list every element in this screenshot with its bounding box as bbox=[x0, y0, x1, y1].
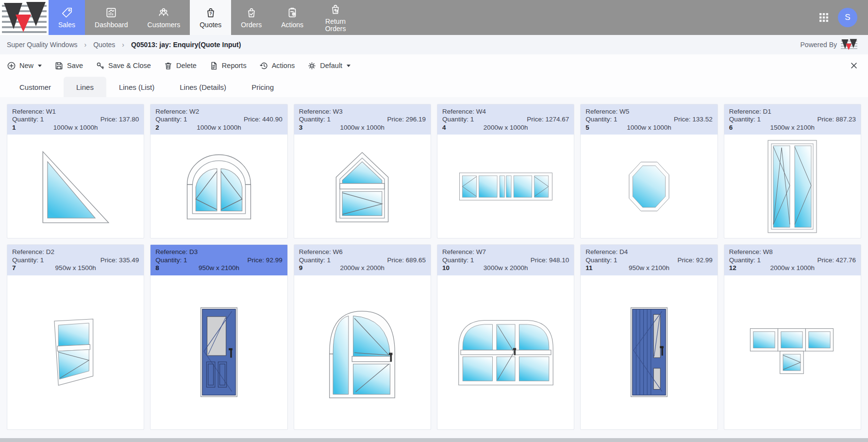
nav-tab-return-orders[interactable]: Return Orders bbox=[313, 0, 358, 35]
quote-line-card-d2[interactable]: Reference: D2 Quantity: 1Price: 335.49 7… bbox=[7, 244, 144, 429]
delete-button[interactable]: Delete bbox=[164, 61, 197, 70]
tab-customer[interactable]: Customer bbox=[7, 77, 64, 97]
new-button-label: New bbox=[19, 62, 33, 69]
nav-tab-label: Sales bbox=[58, 21, 75, 29]
nav-tab-customers[interactable]: Customers bbox=[138, 0, 190, 35]
product-drawing-panel-door bbox=[150, 275, 287, 429]
gear-icon bbox=[307, 61, 317, 70]
bag-question-icon: ? bbox=[204, 6, 217, 19]
tab-pricing[interactable]: Pricing bbox=[239, 77, 286, 97]
clipboard-gear-icon bbox=[286, 6, 299, 19]
card-dimensions: 1000w x 1000h bbox=[44, 124, 107, 132]
delete-button-label: Delete bbox=[176, 62, 197, 69]
chevron-down-icon bbox=[38, 65, 42, 67]
card-line-number: 10 bbox=[442, 264, 474, 272]
card-header: Reference: W8 Quantity: 1Price: 427.76 1… bbox=[724, 245, 861, 275]
quote-line-card-d1[interactable]: Reference: D1 Quantity: 1Price: 887.23 6… bbox=[724, 104, 861, 238]
breadcrumb-quotes[interactable]: Quotes bbox=[93, 41, 115, 49]
nav-tab-orders[interactable]: Orders bbox=[231, 0, 271, 35]
close-icon[interactable] bbox=[850, 61, 858, 70]
tab-lines-list[interactable]: Lines (List) bbox=[106, 77, 167, 97]
trash-icon bbox=[164, 61, 173, 70]
quote-line-card-w1[interactable]: Reference: W1 Quantity: 1Price: 137.80 1… bbox=[7, 104, 144, 238]
quote-line-card-w6[interactable]: Reference: W6 Quantity: 1Price: 689.65 9… bbox=[294, 244, 431, 429]
powered-by-logo-icon bbox=[841, 38, 857, 51]
card-price: Price: 92.99 bbox=[678, 256, 713, 264]
quote-line-card-w4[interactable]: Reference: W4 Quantity: 1Price: 1274.67 … bbox=[437, 104, 574, 238]
quote-line-card-d4[interactable]: Reference: D4 Quantity: 1Price: 92.99 11… bbox=[580, 244, 718, 429]
quote-line-card-w2[interactable]: Reference: W2 Quantity: 1Price: 440.90 2… bbox=[150, 104, 287, 238]
app-logo[interactable] bbox=[0, 0, 49, 35]
card-dimensions: 950w x 2100h bbox=[618, 264, 681, 272]
reports-button[interactable]: Reports bbox=[209, 61, 247, 70]
card-dimensions: 1000w x 1000h bbox=[618, 124, 681, 132]
card-header: Reference: D3 Quantity: 1Price: 92.99 89… bbox=[150, 245, 287, 275]
actions-button[interactable]: Actions bbox=[259, 61, 295, 70]
nav-tab-sales[interactable]: Sales bbox=[49, 0, 85, 35]
floppy-save-icon bbox=[54, 61, 64, 70]
chart-icon bbox=[105, 6, 117, 19]
card-reference: Reference: D2 bbox=[12, 248, 139, 256]
product-drawing-arched-door bbox=[294, 275, 431, 429]
tab-label: Lines (List) bbox=[119, 83, 154, 91]
card-quantity: Quantity: 1 bbox=[155, 116, 187, 123]
breadcrumb-separator: › bbox=[84, 41, 87, 49]
save-button[interactable]: Save bbox=[54, 61, 83, 70]
bottom-scrollbar-track[interactable] bbox=[0, 438, 868, 442]
chevron-down-icon bbox=[347, 65, 351, 67]
breadcrumb-site[interactable]: Super Quality Windows bbox=[7, 41, 78, 49]
card-dimensions: 1500w x 2100h bbox=[761, 124, 824, 132]
quote-line-card-w5[interactable]: Reference: W5 Quantity: 1Price: 133.52 5… bbox=[580, 104, 718, 238]
new-button[interactable]: New bbox=[7, 61, 42, 70]
quote-line-card-w7[interactable]: Reference: W7 Quantity: 1Price: 948.10 1… bbox=[437, 244, 574, 429]
default-view-button[interactable]: Default bbox=[307, 61, 351, 70]
nav-tab-actions[interactable]: Actions bbox=[271, 0, 313, 35]
card-reference: Reference: W6 bbox=[299, 248, 426, 256]
nav-tab-label: Actions bbox=[281, 21, 303, 29]
card-reference: Reference: D4 bbox=[585, 248, 712, 256]
card-reference: Reference: D3 bbox=[155, 248, 282, 256]
save-and-close-label: Save & Close bbox=[108, 62, 151, 69]
card-price: Price: 948.10 bbox=[531, 256, 569, 264]
card-dimensions: 3000w x 2000h bbox=[474, 264, 537, 272]
card-price: Price: 1274.67 bbox=[527, 116, 569, 123]
tab-lines[interactable]: Lines bbox=[64, 77, 106, 97]
card-header: Reference: D4 Quantity: 1Price: 92.99 11… bbox=[581, 245, 717, 275]
card-header: Reference: W5 Quantity: 1Price: 133.52 5… bbox=[581, 104, 717, 135]
powered-by-label: Powered By bbox=[801, 41, 837, 49]
card-line-number: 6 bbox=[729, 124, 761, 132]
nav-tabs: Sales Dashboard Customers ? Quotes bbox=[49, 0, 358, 35]
card-header: Reference: W7 Quantity: 1Price: 948.10 1… bbox=[437, 245, 574, 275]
nav-tab-label: Dashboard bbox=[95, 21, 128, 29]
tag-icon bbox=[61, 6, 73, 19]
card-header: Reference: D2 Quantity: 1Price: 335.49 7… bbox=[7, 245, 144, 275]
key-icon bbox=[96, 61, 105, 70]
card-line-number: 3 bbox=[299, 124, 331, 132]
product-drawing-triangle-window bbox=[7, 135, 144, 238]
card-price: Price: 92.99 bbox=[248, 256, 283, 264]
card-header: Reference: W2 Quantity: 1Price: 440.90 2… bbox=[150, 104, 287, 135]
apps-grid-icon[interactable] bbox=[818, 12, 829, 23]
avatar-initial: S bbox=[845, 13, 850, 22]
card-line-number: 7 bbox=[12, 264, 44, 272]
nav-tab-dashboard[interactable]: Dashboard bbox=[85, 0, 138, 35]
card-header: Reference: W1 Quantity: 1Price: 137.80 1… bbox=[7, 104, 144, 135]
quote-line-card-d3-selected[interactable]: Reference: D3 Quantity: 1Price: 92.99 89… bbox=[150, 244, 287, 429]
save-and-close-button[interactable]: Save & Close bbox=[96, 61, 151, 70]
user-avatar[interactable]: S bbox=[838, 8, 857, 27]
quote-lines-grid: Reference: W1 Quantity: 1Price: 137.80 1… bbox=[0, 97, 868, 437]
card-dimensions: 950w x 1500h bbox=[44, 264, 107, 272]
card-line-number: 11 bbox=[585, 264, 617, 272]
breadcrumb-current-quote: Q05013: jay: Enquiry(Quote Input) bbox=[131, 41, 241, 49]
bag-return-icon bbox=[329, 3, 342, 16]
card-reference: Reference: W1 bbox=[12, 108, 139, 116]
product-drawing-five-pane-window bbox=[437, 135, 574, 238]
nav-tab-quotes[interactable]: ? Quotes bbox=[190, 0, 231, 35]
tab-lines-details[interactable]: Lines (Details) bbox=[167, 77, 239, 97]
tab-label: Pricing bbox=[251, 83, 274, 91]
quote-line-card-w3[interactable]: Reference: W3 Quantity: 1Price: 296.19 3… bbox=[294, 104, 431, 238]
quote-line-card-w8[interactable]: Reference: W8 Quantity: 1Price: 427.76 1… bbox=[724, 244, 861, 429]
product-drawing-octagon-window bbox=[581, 135, 717, 238]
card-price: Price: 440.90 bbox=[244, 116, 283, 123]
card-line-number: 5 bbox=[585, 124, 617, 132]
